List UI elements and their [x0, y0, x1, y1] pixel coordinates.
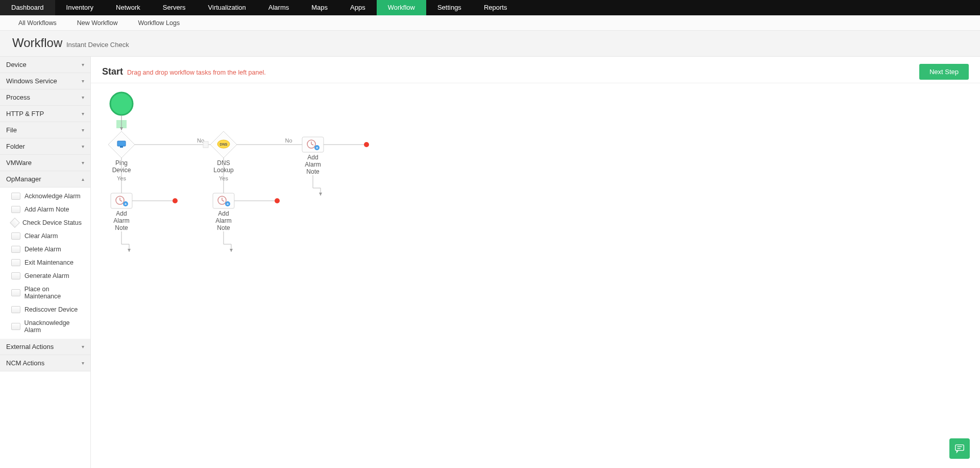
- task-check-device-status[interactable]: Check Device Status: [0, 216, 90, 229]
- nav-alarms[interactable]: Alarms: [257, 0, 300, 15]
- svg-text:+: +: [316, 146, 318, 150]
- canvas-wrap: Start Drag and drop workflow tasks from …: [91, 57, 980, 468]
- end-node: [275, 198, 280, 203]
- task-add-alarm-note[interactable]: Add Alarm Note: [0, 203, 90, 216]
- task-acknowledge-alarm[interactable]: Acknowledge Alarm: [0, 190, 90, 203]
- chevron-down-icon: ▾: [82, 127, 84, 133]
- next-step-button[interactable]: Next Step: [919, 64, 969, 80]
- top-nav: DashboardInventoryNetworkServersVirtuali…: [0, 0, 980, 15]
- group-ncm-actions[interactable]: NCM Actions▾: [0, 355, 90, 371]
- chevron-down-icon: ▾: [82, 144, 84, 149]
- task-clear-alarm[interactable]: Clear Alarm: [0, 229, 90, 243]
- task-place-on-maintenance[interactable]: Place on Maintenance: [0, 283, 90, 303]
- group-body: Acknowledge AlarmAdd Alarm NoteCheck Dev…: [0, 188, 90, 339]
- node-note2[interactable]: +AddAlarmNote: [213, 193, 234, 231]
- task-unacknowledge-alarm[interactable]: Unacknowledge Alarm: [0, 316, 90, 337]
- nav-reports[interactable]: Reports: [473, 0, 519, 15]
- svg-text:+: +: [227, 202, 229, 206]
- nav-virtualization[interactable]: Virtualization: [197, 0, 257, 15]
- group-http-ftp[interactable]: HTTP & FTP▾: [0, 106, 90, 122]
- svg-text:Yes: Yes: [117, 175, 126, 181]
- svg-rect-2: [117, 141, 126, 146]
- page-subtitle: Instant Device Check: [66, 41, 129, 49]
- group-external-actions[interactable]: External Actions▾: [0, 339, 90, 355]
- chevron-down-icon: ▾: [82, 344, 84, 349]
- svg-text:Alarm: Alarm: [113, 217, 129, 224]
- svg-text:Yes: Yes: [219, 175, 228, 181]
- sub-nav: All WorkflowsNew WorkflowWorkflow Logs: [0, 15, 980, 31]
- chevron-down-icon: ▾: [82, 111, 84, 116]
- end-node: [364, 142, 369, 147]
- group-windows-service[interactable]: Windows Service▾: [0, 73, 90, 89]
- workflow-svg: PingDeviceDNSDNSLookup+AddAlarmNote+AddA…: [91, 83, 652, 349]
- rect-icon: [11, 323, 20, 330]
- svg-text:Note: Note: [306, 168, 320, 175]
- svg-text:Add: Add: [218, 210, 229, 217]
- group-folder[interactable]: Folder▾: [0, 138, 90, 155]
- node-note3[interactable]: +AddAlarmNote: [302, 137, 324, 175]
- chevron-down-icon: ▾: [82, 78, 84, 84]
- rect-icon: [11, 306, 20, 313]
- group-opmanager[interactable]: OpManager▴: [0, 171, 90, 188]
- diamond-icon: [10, 218, 20, 228]
- group-vmware[interactable]: VMWare▾: [0, 155, 90, 171]
- nav-inventory[interactable]: Inventory: [55, 0, 105, 15]
- svg-text:Add: Add: [116, 210, 127, 217]
- task-sidebar: Device▾Windows Service▾Process▾HTTP & FT…: [0, 57, 91, 468]
- rect-icon: [11, 272, 20, 279]
- group-process[interactable]: Process▾: [0, 89, 90, 106]
- nav-workflow[interactable]: Workflow: [377, 0, 426, 15]
- nav-network[interactable]: Network: [105, 0, 152, 15]
- svg-text:No: No: [285, 137, 292, 144]
- svg-text:DNS: DNS: [220, 143, 228, 146]
- node-note1[interactable]: +AddAlarmNote: [111, 193, 132, 231]
- chevron-down-icon: ▾: [82, 95, 84, 100]
- rect-icon: [11, 193, 20, 200]
- svg-text:+: +: [125, 202, 127, 206]
- svg-rect-39: [203, 142, 208, 148]
- subnav-workflow-logs[interactable]: Workflow Logs: [128, 15, 190, 30]
- chevron-up-icon: ▴: [82, 176, 84, 182]
- chat-fab[interactable]: [949, 438, 970, 459]
- chevron-down-icon: ▾: [82, 360, 84, 366]
- nav-apps[interactable]: Apps: [339, 0, 377, 15]
- task-generate-alarm[interactable]: Generate Alarm: [0, 269, 90, 283]
- svg-text:Note: Note: [115, 224, 128, 231]
- chevron-down-icon: ▾: [82, 160, 84, 166]
- rect-icon: [11, 259, 20, 266]
- group-file[interactable]: File▾: [0, 122, 90, 138]
- nav-settings[interactable]: Settings: [426, 0, 473, 15]
- start-label: Start: [102, 66, 123, 77]
- rect-icon: [11, 232, 20, 240]
- svg-text:Alarm: Alarm: [305, 161, 321, 168]
- subnav-all-workflows[interactable]: All Workflows: [8, 15, 67, 30]
- svg-rect-3: [120, 146, 123, 148]
- start-hint: Drag and drop workflow tasks from the le…: [127, 69, 266, 76]
- end-node: [173, 198, 178, 203]
- svg-text:Add: Add: [307, 154, 318, 161]
- svg-rect-49: [955, 445, 964, 451]
- rect-icon: [11, 289, 20, 296]
- start-node[interactable]: [110, 92, 133, 115]
- page-title: Workflow: [12, 36, 62, 50]
- subnav-new-workflow[interactable]: New Workflow: [67, 15, 128, 30]
- rect-icon: [11, 246, 20, 253]
- task-delete-alarm[interactable]: Delete Alarm: [0, 243, 90, 256]
- chevron-down-icon: ▾: [82, 62, 84, 67]
- page-title-bar: Workflow Instant Device Check: [0, 31, 980, 57]
- chat-icon: [954, 443, 965, 454]
- canvas-header: Start Drag and drop workflow tasks from …: [91, 57, 980, 83]
- nav-servers[interactable]: Servers: [152, 0, 197, 15]
- nav-maps[interactable]: Maps: [300, 0, 339, 15]
- workflow-canvas[interactable]: PingDeviceDNSDNSLookup+AddAlarmNote+AddA…: [91, 83, 980, 468]
- task-exit-maintenance[interactable]: Exit Maintenance: [0, 256, 90, 269]
- group-device[interactable]: Device▾: [0, 57, 90, 73]
- rect-icon: [11, 206, 20, 213]
- nav-dashboard[interactable]: Dashboard: [0, 0, 55, 15]
- task-rediscover-device[interactable]: Rediscover Device: [0, 303, 90, 316]
- svg-text:Alarm: Alarm: [215, 217, 231, 224]
- main-area: Device▾Windows Service▾Process▾HTTP & FT…: [0, 57, 980, 468]
- svg-text:Note: Note: [217, 224, 230, 231]
